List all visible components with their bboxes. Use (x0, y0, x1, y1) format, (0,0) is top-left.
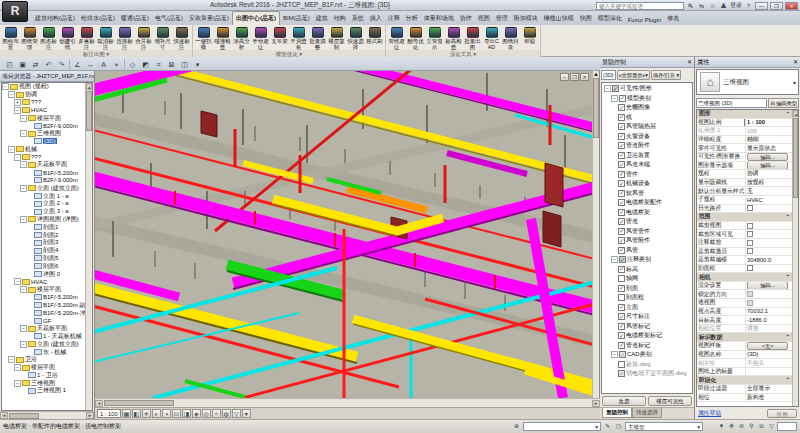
invert-selection-button[interactable]: 反选 (602, 396, 646, 406)
scroll-left-icon[interactable]: ◄ (95, 400, 103, 407)
visibility-category-row[interactable]: 风管附件 (602, 236, 692, 246)
ribbon-button[interactable]: 碰撞检查 (213, 26, 232, 50)
browser-tree-item[interactable]: {3D} (2, 138, 85, 146)
exclude-links-icon[interactable]: ⧉ (757, 422, 766, 431)
property-value[interactable]: 不相关 (745, 359, 792, 367)
user-icon[interactable]: 👤︎ (719, 2, 728, 10)
property-value[interactable]: 显示原状态 (745, 144, 792, 152)
show-all-button[interactable]: «全部显示»▾ (617, 70, 650, 80)
measure-icon[interactable]: ∠ (72, 58, 83, 69)
visibility-checkbox[interactable] (618, 304, 625, 311)
ribbon-button[interactable]: 快速标注 (172, 26, 191, 50)
scroll-thumb[interactable] (9, 413, 39, 419)
property-section-header[interactable]: 阶段化⌃ (697, 376, 792, 385)
collapse-icon[interactable]: − (14, 107, 21, 114)
collapse-icon[interactable]: − (8, 91, 15, 98)
visibility-category-row[interactable]: 电缆桥架配件 (602, 198, 692, 208)
ribbon-button[interactable]: 支吊架 (270, 26, 289, 45)
visibility-category-row[interactable]: 火警设备 (602, 132, 692, 142)
ribbon-button[interactable]: 格式刷 (365, 26, 384, 45)
apply-button[interactable]: 应用 (767, 409, 797, 418)
property-checkbox[interactable] (747, 240, 753, 246)
floor-visibility-button[interactable]: 楼层可见性 (648, 396, 692, 406)
visibility-category-row[interactable]: 剖面框 (602, 293, 692, 303)
selection-filter-icon[interactable]: ▽ (767, 422, 776, 431)
ribbon-button[interactable]: 创建引线 (58, 26, 77, 50)
ribbon-button[interactable]: 图框布置 (1, 26, 20, 50)
property-value[interactable]: 304800.0 (745, 256, 792, 264)
collapse-icon[interactable]: − (20, 130, 27, 137)
panel-tab[interactable]: 快速选择 (632, 408, 662, 418)
shadows-icon[interactable]: ◐ (152, 409, 161, 418)
design-option-dropdown[interactable]: 主模型▾ (625, 422, 703, 431)
visibility-category-row[interactable]: −可见性/图形 (602, 84, 692, 94)
property-value[interactable]: 1 : 100 (745, 119, 792, 127)
visibility-checkbox[interactable] (618, 285, 625, 292)
ribbon-tab[interactable]: 协作 (457, 12, 475, 25)
browser-tree-item[interactable]: 东 - 机械 (2, 348, 85, 356)
collapse-icon[interactable]: − (20, 185, 27, 192)
property-value[interactable]: -1886.0 (745, 316, 792, 324)
exclude-pinned-icon[interactable]: ⚲ (747, 422, 756, 431)
ribbon-button[interactable]: 图纸管理 (20, 26, 39, 50)
hide-isolate-icon[interactable]: ◎ (202, 409, 211, 418)
press-drag-icon[interactable]: ✥ (727, 422, 736, 431)
visibility-category-row[interactable]: 立面 (602, 303, 692, 313)
properties-help-link[interactable]: 属性帮助 (698, 409, 721, 418)
maximize-button[interactable]: ❐ (770, 2, 783, 10)
visibility-checkbox[interactable] (618, 114, 625, 121)
view-vertical-scrollbar[interactable]: ▲ (592, 71, 599, 398)
lock-view-icon[interactable]: ◈ (192, 409, 201, 418)
visibility-checkbox[interactable] (618, 370, 625, 377)
ribbon-button[interactable]: 取消标注 (96, 26, 115, 50)
sync-icon[interactable]: ⇄ (30, 58, 41, 69)
scroll-up-icon[interactable]: ▲ (793, 110, 798, 117)
revit-app-logo[interactable]: R (2, 1, 28, 22)
collapse-icon[interactable]: − (14, 380, 21, 387)
visibility-checkbox[interactable] (618, 218, 625, 225)
property-value[interactable] (745, 368, 792, 376)
scroll-up-icon[interactable]: ▲ (593, 71, 599, 77)
render-icon[interactable]: ◑ (162, 409, 171, 418)
ribbon-tab[interactable]: 结构 (331, 12, 349, 25)
visibility-checkbox[interactable] (619, 256, 626, 263)
collapse-icon[interactable]: − (14, 364, 21, 371)
default-3d-view-icon[interactable]: ◇ (127, 58, 138, 69)
view-minimize-icon[interactable]: – (560, 73, 569, 81)
visibility-checkbox[interactable] (618, 342, 625, 349)
edit-type-button[interactable]: ⊞ 编辑类型 (768, 98, 799, 108)
visibility-checkbox[interactable] (618, 104, 625, 111)
visibility-checkbox[interactable] (618, 180, 625, 187)
property-value[interactable]: 调整 (745, 325, 792, 333)
collapse-icon[interactable]: − (20, 115, 27, 122)
visibility-checkbox[interactable] (618, 133, 625, 140)
property-value[interactable] (745, 205, 792, 213)
ribbon-button[interactable]: 快速选择 (346, 26, 365, 50)
ribbon-tab[interactable]: 插入 (367, 12, 385, 25)
signin-label[interactable]: 登录 (730, 1, 742, 10)
visibility-checkbox[interactable] (618, 142, 625, 149)
ribbon-tab[interactable]: 安装算量(品茗) (186, 12, 232, 25)
property-value[interactable] (745, 230, 792, 238)
browser-tree-item[interactable]: −三维视图 (2, 130, 85, 138)
instance-selector[interactable]: 三维视图 (3D) (696, 98, 767, 108)
ribbon-tab[interactable]: 给排水(品茗) (78, 12, 118, 25)
view-horizontal-scrollbar[interactable]: ◄ ► (95, 398, 600, 407)
visibility-checkbox[interactable] (618, 266, 625, 273)
visibility-category-row[interactable]: 管件 (602, 170, 692, 180)
ribbon-tab[interactable]: 快图 (577, 12, 595, 25)
collapse-icon[interactable]: ⌃ (785, 214, 790, 220)
visibility-category-row[interactable]: 机械设备 (602, 179, 692, 189)
ribbon-tab[interactable]: 注释 (385, 12, 403, 25)
collapse-icon[interactable]: − (604, 85, 611, 92)
property-value[interactable]: <无> (745, 342, 792, 350)
scroll-left-icon[interactable]: ◄ (0, 412, 8, 419)
collapse-icon[interactable]: ⌃ (785, 274, 790, 280)
visibility-checkbox[interactable] (618, 152, 625, 159)
chevron-down-icon[interactable]: ▾ (793, 79, 796, 86)
visibility-category-row[interactable]: 新块.dwg (602, 360, 692, 370)
scroll-thumb[interactable] (86, 91, 92, 131)
close-icon[interactable]: ✕ (687, 57, 692, 67)
crop-view-icon[interactable]: ⊡ (172, 409, 181, 418)
browser-tree-item[interactable]: −天花板平面 (2, 161, 85, 169)
